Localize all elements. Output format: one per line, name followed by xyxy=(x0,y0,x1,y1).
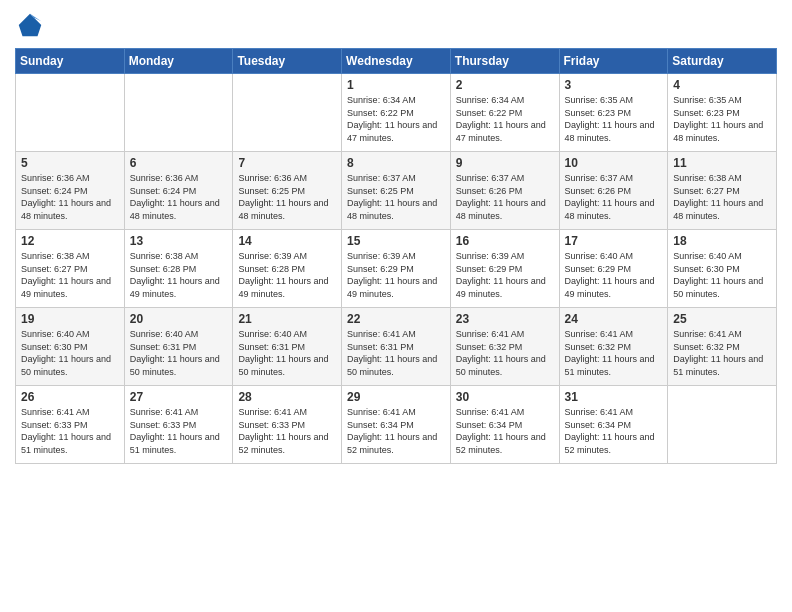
calendar-cell: 30 Sunrise: 6:41 AM Sunset: 6:34 PM Dayl… xyxy=(450,386,559,464)
sunset-text: Sunset: 6:33 PM xyxy=(21,420,88,430)
sunrise-text: Sunrise: 6:38 AM xyxy=(130,251,199,261)
sunrise-text: Sunrise: 6:34 AM xyxy=(347,95,416,105)
calendar-cell: 12 Sunrise: 6:38 AM Sunset: 6:27 PM Dayl… xyxy=(16,230,125,308)
weekday-header: Saturday xyxy=(668,49,777,74)
day-info: Sunrise: 6:39 AM Sunset: 6:29 PM Dayligh… xyxy=(347,250,445,300)
calendar-cell: 7 Sunrise: 6:36 AM Sunset: 6:25 PM Dayli… xyxy=(233,152,342,230)
day-number: 11 xyxy=(673,156,771,170)
calendar-cell: 3 Sunrise: 6:35 AM Sunset: 6:23 PM Dayli… xyxy=(559,74,668,152)
calendar-cell: 16 Sunrise: 6:39 AM Sunset: 6:29 PM Dayl… xyxy=(450,230,559,308)
daylight-text: Daylight: 11 hours and 50 minutes. xyxy=(238,354,328,377)
sunrise-text: Sunrise: 6:36 AM xyxy=(21,173,90,183)
calendar-cell: 24 Sunrise: 6:41 AM Sunset: 6:32 PM Dayl… xyxy=(559,308,668,386)
day-info: Sunrise: 6:41 AM Sunset: 6:33 PM Dayligh… xyxy=(21,406,119,456)
day-number: 31 xyxy=(565,390,663,404)
day-info: Sunrise: 6:37 AM Sunset: 6:26 PM Dayligh… xyxy=(565,172,663,222)
sunset-text: Sunset: 6:22 PM xyxy=(347,108,414,118)
sunrise-text: Sunrise: 6:34 AM xyxy=(456,95,525,105)
sunset-text: Sunset: 6:34 PM xyxy=(347,420,414,430)
day-info: Sunrise: 6:41 AM Sunset: 6:34 PM Dayligh… xyxy=(347,406,445,456)
calendar-cell xyxy=(668,386,777,464)
day-number: 24 xyxy=(565,312,663,326)
sunset-text: Sunset: 6:34 PM xyxy=(456,420,523,430)
day-info: Sunrise: 6:41 AM Sunset: 6:33 PM Dayligh… xyxy=(130,406,228,456)
daylight-text: Daylight: 11 hours and 50 minutes. xyxy=(673,276,763,299)
calendar-cell: 31 Sunrise: 6:41 AM Sunset: 6:34 PM Dayl… xyxy=(559,386,668,464)
weekday-header: Monday xyxy=(124,49,233,74)
calendar-table: SundayMondayTuesdayWednesdayThursdayFrid… xyxy=(15,48,777,464)
sunset-text: Sunset: 6:33 PM xyxy=(130,420,197,430)
sunrise-text: Sunrise: 6:37 AM xyxy=(456,173,525,183)
calendar-week-row: 1 Sunrise: 6:34 AM Sunset: 6:22 PM Dayli… xyxy=(16,74,777,152)
sunrise-text: Sunrise: 6:41 AM xyxy=(347,329,416,339)
sunset-text: Sunset: 6:27 PM xyxy=(21,264,88,274)
daylight-text: Daylight: 11 hours and 48 minutes. xyxy=(347,198,437,221)
weekday-header: Tuesday xyxy=(233,49,342,74)
daylight-text: Daylight: 11 hours and 48 minutes. xyxy=(21,198,111,221)
sunrise-text: Sunrise: 6:41 AM xyxy=(673,329,742,339)
sunrise-text: Sunrise: 6:35 AM xyxy=(565,95,634,105)
day-info: Sunrise: 6:41 AM Sunset: 6:34 PM Dayligh… xyxy=(565,406,663,456)
calendar-cell: 18 Sunrise: 6:40 AM Sunset: 6:30 PM Dayl… xyxy=(668,230,777,308)
calendar-cell: 4 Sunrise: 6:35 AM Sunset: 6:23 PM Dayli… xyxy=(668,74,777,152)
sunrise-text: Sunrise: 6:41 AM xyxy=(565,329,634,339)
sunset-text: Sunset: 6:34 PM xyxy=(565,420,632,430)
sunset-text: Sunset: 6:26 PM xyxy=(565,186,632,196)
daylight-text: Daylight: 11 hours and 50 minutes. xyxy=(456,354,546,377)
calendar-cell xyxy=(233,74,342,152)
sunrise-text: Sunrise: 6:39 AM xyxy=(347,251,416,261)
sunset-text: Sunset: 6:32 PM xyxy=(673,342,740,352)
day-info: Sunrise: 6:41 AM Sunset: 6:33 PM Dayligh… xyxy=(238,406,336,456)
header xyxy=(15,10,777,40)
daylight-text: Daylight: 11 hours and 47 minutes. xyxy=(347,120,437,143)
calendar-cell: 23 Sunrise: 6:41 AM Sunset: 6:32 PM Dayl… xyxy=(450,308,559,386)
sunrise-text: Sunrise: 6:40 AM xyxy=(238,329,307,339)
day-number: 6 xyxy=(130,156,228,170)
sunset-text: Sunset: 6:26 PM xyxy=(456,186,523,196)
day-number: 30 xyxy=(456,390,554,404)
day-info: Sunrise: 6:40 AM Sunset: 6:30 PM Dayligh… xyxy=(673,250,771,300)
day-info: Sunrise: 6:37 AM Sunset: 6:25 PM Dayligh… xyxy=(347,172,445,222)
sunset-text: Sunset: 6:24 PM xyxy=(21,186,88,196)
sunset-text: Sunset: 6:25 PM xyxy=(238,186,305,196)
sunrise-text: Sunrise: 6:35 AM xyxy=(673,95,742,105)
daylight-text: Daylight: 11 hours and 49 minutes. xyxy=(456,276,546,299)
day-info: Sunrise: 6:36 AM Sunset: 6:25 PM Dayligh… xyxy=(238,172,336,222)
day-number: 16 xyxy=(456,234,554,248)
day-info: Sunrise: 6:34 AM Sunset: 6:22 PM Dayligh… xyxy=(347,94,445,144)
sunset-text: Sunset: 6:33 PM xyxy=(238,420,305,430)
calendar-cell: 26 Sunrise: 6:41 AM Sunset: 6:33 PM Dayl… xyxy=(16,386,125,464)
daylight-text: Daylight: 11 hours and 50 minutes. xyxy=(21,354,111,377)
sunrise-text: Sunrise: 6:38 AM xyxy=(21,251,90,261)
sunrise-text: Sunrise: 6:40 AM xyxy=(565,251,634,261)
day-info: Sunrise: 6:40 AM Sunset: 6:30 PM Dayligh… xyxy=(21,328,119,378)
calendar-cell: 29 Sunrise: 6:41 AM Sunset: 6:34 PM Dayl… xyxy=(342,386,451,464)
sunrise-text: Sunrise: 6:36 AM xyxy=(130,173,199,183)
daylight-text: Daylight: 11 hours and 48 minutes. xyxy=(565,120,655,143)
day-number: 27 xyxy=(130,390,228,404)
daylight-text: Daylight: 11 hours and 49 minutes. xyxy=(21,276,111,299)
weekday-header: Friday xyxy=(559,49,668,74)
calendar-cell: 5 Sunrise: 6:36 AM Sunset: 6:24 PM Dayli… xyxy=(16,152,125,230)
sunrise-text: Sunrise: 6:41 AM xyxy=(130,407,199,417)
calendar-cell: 10 Sunrise: 6:37 AM Sunset: 6:26 PM Dayl… xyxy=(559,152,668,230)
calendar-cell: 19 Sunrise: 6:40 AM Sunset: 6:30 PM Dayl… xyxy=(16,308,125,386)
sunset-text: Sunset: 6:28 PM xyxy=(130,264,197,274)
sunrise-text: Sunrise: 6:37 AM xyxy=(565,173,634,183)
sunset-text: Sunset: 6:29 PM xyxy=(347,264,414,274)
calendar-cell: 13 Sunrise: 6:38 AM Sunset: 6:28 PM Dayl… xyxy=(124,230,233,308)
sunrise-text: Sunrise: 6:41 AM xyxy=(565,407,634,417)
daylight-text: Daylight: 11 hours and 48 minutes. xyxy=(673,198,763,221)
page: SundayMondayTuesdayWednesdayThursdayFrid… xyxy=(0,0,792,612)
sunrise-text: Sunrise: 6:41 AM xyxy=(21,407,90,417)
day-number: 1 xyxy=(347,78,445,92)
sunrise-text: Sunrise: 6:40 AM xyxy=(21,329,90,339)
daylight-text: Daylight: 11 hours and 48 minutes. xyxy=(673,120,763,143)
calendar-cell: 22 Sunrise: 6:41 AM Sunset: 6:31 PM Dayl… xyxy=(342,308,451,386)
day-number: 22 xyxy=(347,312,445,326)
day-number: 9 xyxy=(456,156,554,170)
day-info: Sunrise: 6:39 AM Sunset: 6:29 PM Dayligh… xyxy=(456,250,554,300)
day-number: 25 xyxy=(673,312,771,326)
calendar-cell xyxy=(16,74,125,152)
calendar-week-row: 12 Sunrise: 6:38 AM Sunset: 6:27 PM Dayl… xyxy=(16,230,777,308)
